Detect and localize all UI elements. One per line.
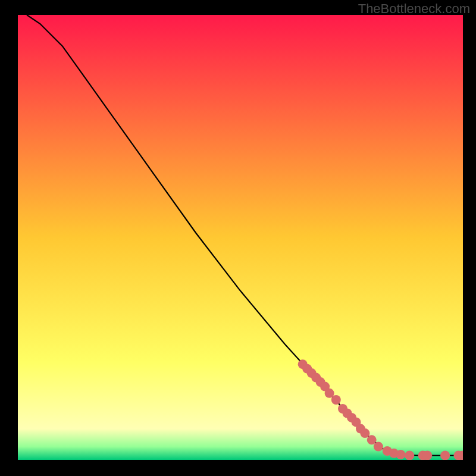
data-marker <box>422 451 432 461</box>
gradient-background <box>18 15 463 460</box>
data-marker <box>440 451 450 461</box>
watermark-text: TheBottleneck.com <box>358 1 470 17</box>
data-marker <box>374 442 383 452</box>
chart-frame: TheBottleneck.com <box>0 0 476 476</box>
data-marker <box>331 395 341 405</box>
chart-svg <box>18 15 463 460</box>
plot-area <box>18 15 463 460</box>
data-marker <box>405 451 414 461</box>
data-marker <box>396 450 405 459</box>
